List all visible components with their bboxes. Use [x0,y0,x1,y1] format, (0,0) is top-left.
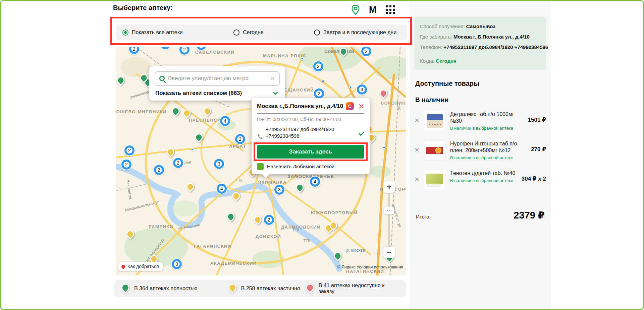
street-label: ТТК [304,239,310,243]
phone-row: Телефон: +74952311697 доб.0984/1920 +749… [420,44,541,50]
product-info: Тенотен д/детей таб. №40В наличии в выбр… [450,170,517,183]
product-thumbnail [424,111,445,131]
radio-icon [314,29,320,36]
available-products-title: Доступные товары [415,80,545,87]
when-label: Когда: [420,58,434,64]
pharmacy-address: Москва г.,Б.Полянка ул., д.4/10 [257,103,343,110]
search-box[interactable]: × [155,71,280,86]
favorite-label: Назначить Любимой аптекой [267,164,334,169]
clear-search-icon[interactable]: × [270,74,275,83]
map-search-card: × Показать аптеки списком (663) [149,66,285,101]
poi-dot [191,148,194,151]
product-thumbnail [424,170,445,190]
search-icon [159,76,165,81]
map-cluster[interactable]: 2 [235,134,245,144]
street-label: ТТК [292,228,299,232]
map-cluster[interactable]: 3 [214,159,224,169]
directions-button[interactable]: Как добраться [118,262,163,271]
product-row: ×Нурофен Интенсив таб.п/о плен. 200мг+50… [415,140,546,161]
pickup-address-row: Где забирать: Москва г.,Б.Полянка ул., д… [420,34,541,40]
legend-label: В 41 аптеках недоступно к заказу [319,283,398,295]
when-value: Сегодня [436,58,457,64]
district-label: ДОНСКОЙ [256,234,281,239]
district-label: ХОРОШЁВО-МНЁВНИКИ [116,109,167,114]
map-cluster[interactable]: 4 [220,116,230,126]
selected-check-icon [359,130,365,136]
map-pin-icon[interactable] [352,5,360,15]
pharmacy-popup: Москва г.,Б.Полянка ул., д.4/10 C × Пн-П… [252,98,370,174]
phone-label: Телефон: [420,44,442,50]
map-cluster[interactable]: 2 [121,160,131,170]
metro-icon[interactable]: М [369,5,377,14]
search-input[interactable] [168,75,267,82]
show-list-toggle[interactable]: Показать аптеки списком (663) [155,90,280,97]
remove-item-button[interactable]: × [415,175,419,183]
zoom-out-button[interactable]: − [383,247,395,258]
zoom-in-button[interactable]: + [383,181,395,193]
map-cluster[interactable]: 2 [314,88,324,99]
street-label: ТТК [236,178,243,182]
product-info: Детралекс таб.п/о 1000мг №30В наличии в … [450,111,523,131]
product-availability: В наличии в выбранной аптеке [450,155,526,160]
in-stock-title: В наличии [415,96,545,104]
phone-icon [257,134,263,140]
green-pin-icon [120,282,131,293]
zoom-slider-handle[interactable] [384,207,394,214]
district-label: АРБАТ [229,144,246,149]
order-summary-panel: Способ получения: Самовывоз Где забирать… [415,17,546,70]
filters-row: Показать все аптекиСегодняЗавтра и в пос… [116,24,407,40]
view-toggle-icons: М [352,5,395,15]
favorite-checkbox[interactable] [257,163,264,170]
product-name: Нурофен Интенсив таб.п/о плен. 200мг+500… [450,140,526,154]
radio-selected-icon [122,29,128,36]
page-title: Выберите аптеку: [113,4,173,12]
district-label: МАРЬИНА РОЩА [263,53,306,58]
favorite-pharmacy-toggle[interactable]: Назначить Любимой аптекой [257,163,364,170]
district-label: САВЕЛОВСКИЙ [195,50,234,55]
product-name: Детралекс таб.п/о 1000мг №30 [450,111,523,124]
popup-divider [257,113,364,114]
product-availability: В наличии в выбранной аптеке [450,126,523,131]
order-sidebar: Способ получения: Самовывоз Где забирать… [410,0,551,310]
filter-option-2[interactable]: Сегодня [233,29,314,36]
district-label: НАГАТИНСКИЙ [346,269,384,274]
pharmacy-chain-logo: C [346,102,354,110]
map-cluster[interactable]: 4 [217,184,227,194]
map-cluster[interactable]: 3 [274,185,284,195]
pharmacy-phones: +74952311697 доб.0984/1920 +74992384596 [266,126,334,140]
filter-option-label: Завтра и в последующие дни [323,29,396,36]
district-label: МЕЩАНСКИЙ [280,87,314,92]
map-cluster[interactable]: 3 [313,61,323,71]
filter-option-3[interactable]: Завтра и в последующие дни [314,29,396,36]
show-list-label: Показать аптеки списком (663) [155,90,242,97]
red-pin-icon [121,264,126,269]
radio-icon [233,29,239,36]
filter-option-label: Показать все аптеки [132,29,183,36]
map-cluster[interactable]: 4 [310,177,320,187]
yellow-pin-icon [227,282,238,293]
map-cluster[interactable]: 2 [124,145,135,156]
legend-item-green: В 364 аптеках полностью [121,285,228,293]
map-cluster[interactable]: 3 [172,259,182,269]
map-cluster[interactable]: 2 [154,165,164,175]
pickup-address-label: Где забирать: [420,34,452,40]
product-price: 304 ₽ x 2 [522,175,546,182]
map-cluster[interactable]: 2 [173,158,183,168]
map-cluster[interactable]: 3 [357,84,367,95]
pharmacy-map[interactable]: САВЕЛОВСКИЙМАРЬИНА РОЩАСокольникиМЕЩАНСК… [116,47,406,275]
remove-item-button[interactable]: × [415,146,419,154]
grid-icon[interactable] [386,5,395,14]
filter-option-1[interactable]: Показать все аптеки [122,29,233,36]
order-here-button[interactable]: Заказать здесь [257,145,364,159]
remove-item-button[interactable]: × [415,116,419,124]
terms-of-use-link[interactable]: Условия использования [357,265,403,269]
delivery-method-value: Самовывоз [466,23,495,29]
map-cluster[interactable]: 2 [264,215,274,225]
poi-dot [322,80,325,83]
phone-value: +74952311697 доб.0984/1920 +74992384596 [444,44,548,50]
directions-label: Как добраться [127,264,159,269]
close-icon[interactable]: × [358,102,364,110]
pickup-address-value: Москва г.,Б.Полянка ул., д.4/10 [453,34,530,40]
availability-legend: В 364 аптеках полностьюВ 258 аптеках час… [114,280,406,297]
product-name: Тенотен д/детей таб. №40 [450,170,517,177]
